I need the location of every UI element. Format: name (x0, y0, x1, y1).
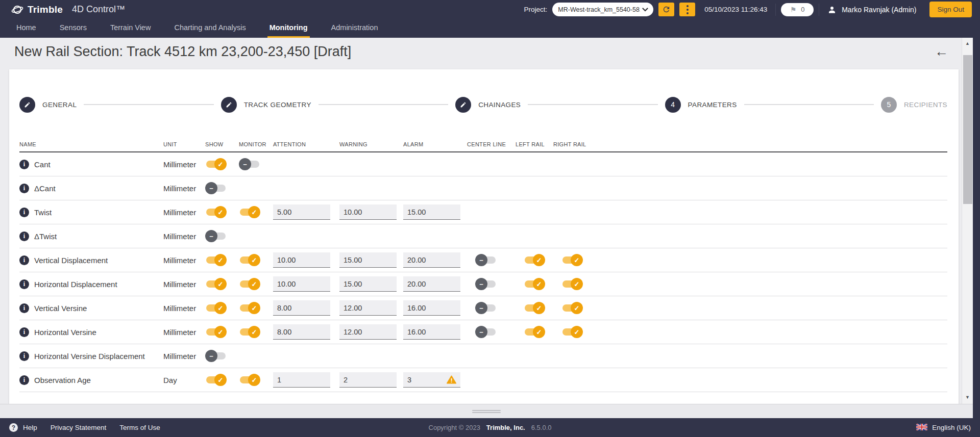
info-icon[interactable]: i (19, 184, 29, 193)
scroll-down-arrow-icon[interactable]: ▼ (962, 395, 973, 400)
alarm-input[interactable] (403, 276, 460, 292)
info-icon[interactable]: i (19, 255, 29, 265)
table-body: iCantMillimeter✓−iΔCantMillimeter−iTwist… (19, 152, 947, 392)
show-toggle[interactable]: ✓ (205, 206, 227, 218)
monitor-toggle[interactable]: − (239, 158, 260, 170)
stepper-step-recipients[interactable]: 5RECIPIENTS (881, 97, 947, 113)
right-rail-toggle[interactable]: ✓ (561, 302, 583, 314)
alarm-input[interactable] (403, 204, 460, 220)
right-rail-toggle[interactable]: ✓ (561, 326, 583, 338)
stepper-step-parameters[interactable]: 4PARAMETERS (665, 97, 737, 113)
center-line-toggle[interactable]: − (475, 254, 497, 266)
monitor-toggle[interactable]: ✓ (239, 302, 260, 314)
attention-input[interactable] (273, 372, 330, 388)
scroll-up-arrow-icon[interactable]: ▲ (962, 41, 973, 46)
warning-input[interactable] (339, 204, 397, 220)
nav-item-home[interactable]: Home (14, 19, 38, 38)
column-header-monitor: MONITOR (239, 141, 273, 147)
info-icon[interactable]: i (19, 351, 29, 361)
attention-input[interactable] (273, 276, 330, 292)
user-name: Marko Ravnjak (Admin) (842, 6, 916, 14)
show-toggle[interactable]: ✓ (205, 374, 227, 386)
row-name: ΔCant (34, 184, 56, 193)
back-arrow-button[interactable]: ← (935, 45, 948, 59)
center-line-toggle[interactable]: − (475, 326, 497, 338)
row-name: Horizontal Displacement (34, 280, 117, 289)
stepper-step-track-geometry[interactable]: TRACK GEOMETRY (221, 97, 311, 113)
nav-item-sensors[interactable]: Sensors (58, 19, 89, 38)
scrollbar-thumb[interactable] (963, 55, 972, 204)
info-icon[interactable]: i (19, 327, 29, 337)
help-link[interactable]: Help (23, 424, 37, 431)
warning-input-wrap (339, 300, 397, 316)
stepper-step-general[interactable]: GENERAL (19, 97, 77, 113)
table-row: iObservation AgeDay✓✓ (19, 368, 947, 392)
monitor-toggle[interactable]: ✓ (239, 278, 260, 290)
info-icon[interactable]: i (19, 160, 29, 169)
attention-input[interactable] (273, 300, 330, 316)
alarm-input[interactable] (403, 300, 460, 316)
center-line-toggle[interactable]: − (475, 302, 497, 314)
show-toggle[interactable]: ✓ (205, 278, 227, 290)
left-rail-toggle[interactable]: ✓ (524, 278, 545, 290)
left-rail-toggle[interactable]: ✓ (524, 302, 545, 314)
monitor-toggle[interactable]: ✓ (239, 374, 260, 386)
show-toggle[interactable]: ✓ (205, 302, 227, 314)
language-selector[interactable]: English (UK) (932, 424, 971, 431)
info-icon[interactable]: i (19, 375, 29, 385)
stepper-step-chainages[interactable]: CHAINAGES (455, 97, 521, 113)
show-toggle[interactable]: ✓ (205, 326, 227, 338)
left-rail-toggle-thumb: ✓ (533, 254, 545, 266)
vertical-scrollbar[interactable]: ▲ ▼ (962, 38, 973, 404)
right-rail-toggle[interactable]: ✓ (561, 278, 583, 290)
info-icon[interactable]: i (19, 232, 29, 241)
info-icon[interactable]: i (19, 279, 29, 289)
terms-of-use-link[interactable]: Terms of Use (119, 424, 160, 431)
show-cell: ✓ (205, 278, 239, 290)
stepper-label: RECIPIENTS (904, 101, 947, 109)
flag-counter[interactable]: ⚑ 0 (781, 3, 814, 16)
show-toggle[interactable]: ✓ (205, 158, 227, 170)
privacy-statement-link[interactable]: Privacy Statement (51, 424, 107, 431)
warning-input[interactable] (339, 372, 397, 388)
show-toggle[interactable]: − (205, 182, 227, 194)
sign-out-button[interactable]: Sign Out (929, 2, 972, 17)
warning-input[interactable] (339, 276, 397, 292)
nav-item-charting-and-analysis[interactable]: Charting and Analysis (172, 19, 248, 38)
attention-input[interactable] (273, 252, 330, 268)
horizontal-scroll-handle[interactable] (472, 410, 501, 413)
show-toggle[interactable]: − (205, 350, 227, 362)
monitor-toggle[interactable]: ✓ (239, 254, 260, 266)
monitor-toggle[interactable]: ✓ (239, 206, 260, 218)
show-toggle[interactable]: ✓ (205, 254, 227, 266)
monitor-cell: ✓ (239, 206, 273, 218)
info-icon[interactable]: i (19, 208, 29, 217)
show-toggle-thumb: ✓ (214, 326, 227, 338)
divider (775, 4, 776, 16)
top-bar: Trimble 4D Control™ Project: MR-West-tra… (0, 0, 980, 38)
info-icon[interactable]: i (19, 303, 29, 313)
stepper-label: CHAINAGES (478, 101, 521, 109)
monitor-toggle[interactable]: ✓ (239, 326, 260, 338)
center-line-toggle[interactable]: − (475, 278, 497, 290)
more-options-button[interactable] (679, 3, 695, 16)
warning-input[interactable] (339, 324, 397, 340)
right-rail-cell: ✓ (553, 254, 594, 266)
nav-item-terrain-view[interactable]: Terrain View (108, 19, 153, 38)
attention-input[interactable] (273, 324, 330, 340)
nav-item-monitoring[interactable]: Monitoring (267, 19, 310, 38)
right-rail-toggle[interactable]: ✓ (561, 254, 583, 266)
attention-input-wrap (273, 372, 330, 388)
refresh-button[interactable] (658, 3, 674, 16)
alarm-input[interactable] (403, 252, 460, 268)
left-rail-toggle[interactable]: ✓ (524, 326, 545, 338)
footer-bar: ? Help Privacy Statement Terms of Use Co… (0, 418, 980, 437)
show-toggle[interactable]: − (205, 230, 227, 242)
nav-item-administration[interactable]: Administration (329, 19, 380, 38)
left-rail-toggle[interactable]: ✓ (524, 254, 545, 266)
warning-input[interactable] (339, 300, 397, 316)
attention-input[interactable] (273, 204, 330, 220)
alarm-input[interactable] (403, 324, 460, 340)
warning-input[interactable] (339, 252, 397, 268)
project-select[interactable]: MR-West-track_km_5540-5813 (l (552, 3, 653, 16)
